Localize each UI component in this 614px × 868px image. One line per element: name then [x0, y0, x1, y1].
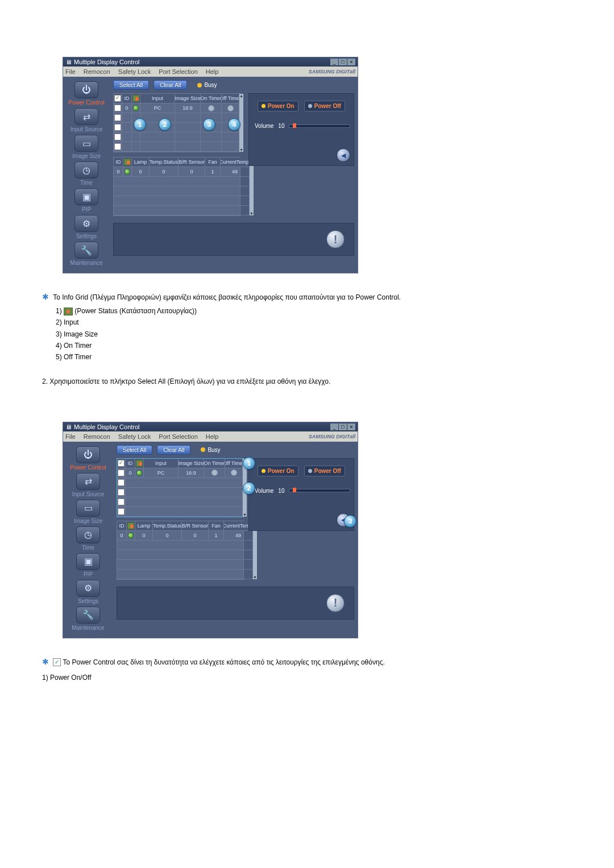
menu-remocon[interactable]: Remocon [84, 433, 110, 440]
row-checkbox[interactable] [118, 470, 125, 476]
select-all-button[interactable]: Select All [113, 80, 149, 90]
row-checkbox[interactable] [118, 479, 125, 486]
sidebar-item-settings[interactable]: ⚙ Settings [63, 580, 113, 604]
table-row[interactable] [117, 550, 253, 560]
table-row[interactable] [114, 142, 239, 152]
col2-temp-status: Temp.Status [150, 157, 179, 167]
list-item: 4) On Timer [56, 340, 580, 351]
table-row[interactable] [114, 132, 239, 142]
speaker-button[interactable]: ◀ [337, 148, 350, 162]
info-grid-header: ✓ ID Input Image Size On Timer Off Timer [117, 459, 243, 468]
busy-dot-icon [197, 83, 202, 88]
menu-file[interactable]: File [65, 68, 76, 75]
col-off-timer: Off Timer [222, 94, 239, 103]
sidebar-item-maintenance[interactable]: 🔧 Maintenance [63, 607, 113, 631]
sidebar-item-settings[interactable]: ⚙ Settings [63, 215, 110, 239]
sidebar-item-pip[interactable]: ▣ PIP [63, 188, 110, 213]
row-checkbox[interactable] [114, 124, 121, 131]
menu-help[interactable]: Help [206, 68, 219, 75]
row-checkbox[interactable] [114, 143, 121, 150]
power-off-button[interactable]: Power Off [304, 101, 345, 111]
table-row[interactable]: 0 PC 16:9 [114, 103, 239, 113]
table-row[interactable]: 0 0 0 0 1 49 [114, 167, 250, 177]
warning-icon: ! [326, 594, 345, 612]
table-row[interactable] [117, 478, 243, 488]
menu-safety-lock[interactable]: Safety Lock [118, 433, 151, 440]
table-row[interactable] [117, 507, 243, 517]
table-row[interactable] [117, 488, 243, 497]
sidebar-item-time[interactable]: ◷ Time [63, 161, 110, 186]
power-off-button[interactable]: Power Off [304, 466, 345, 476]
sidebar-item-image-size[interactable]: ▭ Image Size [63, 500, 113, 524]
menu-file[interactable]: File [65, 433, 76, 440]
table-row[interactable] [114, 177, 250, 186]
power-on-dot-icon [262, 469, 265, 473]
menu-help[interactable]: Help [206, 433, 219, 440]
select-all-button[interactable]: Select All [117, 445, 152, 455]
callout-strip: 1 2 3 4 5 [134, 118, 265, 131]
table-row[interactable]: 0 PC 16:9 [117, 468, 243, 478]
row-checkbox[interactable] [118, 489, 125, 496]
power-on-button[interactable]: Power On [258, 466, 298, 476]
volume-thumb[interactable] [293, 488, 296, 492]
table-row[interactable] [117, 570, 253, 579]
star-icon: ✱ [42, 657, 49, 666]
row-checkbox[interactable] [114, 114, 121, 121]
maximize-button[interactable]: □ [339, 59, 347, 65]
table-row[interactable] [117, 541, 253, 550]
sidebar-item-input-source[interactable]: ⇄ Input Source [63, 473, 113, 497]
power-status-header-icon [132, 95, 139, 102]
row-checkbox[interactable] [118, 508, 125, 515]
sidebar-item-pip[interactable]: ▣ PIP [63, 553, 113, 578]
close-button[interactable]: × [347, 423, 355, 430]
sidebar-item-maintenance[interactable]: 🔧 Maintenance [63, 242, 110, 266]
maximize-button[interactable]: □ [339, 423, 347, 430]
grid-scrollbar[interactable]: ▲▼ [250, 157, 254, 215]
sidebar-item-input-source[interactable]: ⇄ Input Source [63, 108, 110, 132]
menu-bar: File Remocon Safety Lock Port Selection … [63, 67, 358, 77]
cell-image-size: 16:9 [179, 468, 204, 477]
col-id: ID [126, 459, 135, 468]
brand-label: SAMSUNG DIGITall [309, 69, 355, 74]
volume-slider[interactable] [289, 489, 350, 492]
col2-current-temp: CurrentTemp. [221, 157, 250, 167]
power-on-button[interactable]: Power On [258, 101, 298, 111]
volume-thumb[interactable] [293, 123, 296, 128]
header-checkbox[interactable]: ✓ [118, 460, 125, 467]
input-source-icon: ⇄ [76, 473, 100, 490]
table-row[interactable] [114, 206, 250, 215]
sidebar: ⏻ Power Control ⇄ Input Source ▭ Image S… [63, 442, 113, 638]
menu-port-selection[interactable]: Port Selection [159, 68, 197, 75]
menu-remocon[interactable]: Remocon [84, 68, 110, 75]
list-item: 1) (Power Status (Κατάσταση Λειτουργίας)… [56, 305, 580, 317]
row-checkbox[interactable] [114, 134, 121, 140]
table-row[interactable] [117, 560, 253, 570]
status-footer: ! [117, 587, 354, 620]
menu-safety-lock[interactable]: Safety Lock [118, 68, 151, 75]
title-bar: 🖥 Multiple Display Control _ □ × [63, 422, 358, 431]
header-checkbox[interactable]: ✓ [114, 95, 121, 102]
minimize-button[interactable]: _ [330, 423, 338, 430]
sidebar-item-time[interactable]: ◷ Time [63, 526, 113, 551]
volume-value: 10 [278, 123, 284, 129]
sidebar-item-image-size[interactable]: ▭ Image Size [63, 135, 110, 159]
volume-slider[interactable] [289, 124, 350, 128]
table-row[interactable] [114, 186, 250, 196]
sidebar-item-power-control[interactable]: ⏻ Power Control [63, 446, 113, 471]
table-row[interactable] [114, 196, 250, 206]
col-input: Input [144, 459, 179, 468]
power-status-dot-icon [136, 470, 142, 476]
menu-port-selection[interactable]: Port Selection [159, 433, 197, 440]
row-checkbox[interactable] [118, 499, 125, 505]
minimize-button[interactable]: _ [330, 59, 338, 65]
col2-br-sensor: B/R Sensor [179, 157, 205, 167]
table-row[interactable]: 0 0 0 0 1 49 [117, 531, 253, 541]
clear-all-button[interactable]: Clear All [154, 80, 187, 90]
clear-all-button[interactable]: Clear All [157, 445, 190, 455]
close-button[interactable]: × [347, 59, 355, 65]
cell2-temp-status: 0 [150, 167, 179, 176]
col-image-size: Image Size [179, 459, 204, 468]
sidebar-item-power-control[interactable]: ⏻ Power Control [63, 81, 110, 106]
table-row[interactable] [117, 497, 243, 507]
row-checkbox[interactable] [114, 105, 121, 111]
